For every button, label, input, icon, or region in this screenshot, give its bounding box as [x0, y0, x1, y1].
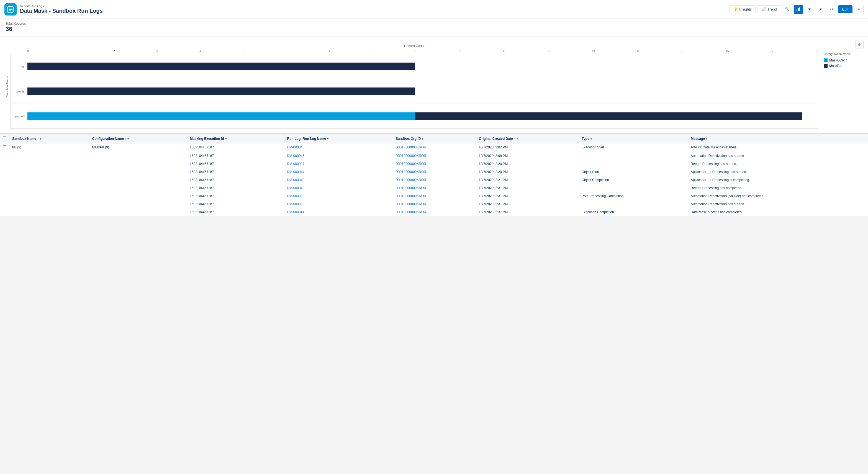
col-header-run-log-name: Run Log: Run Log Name ▾ [284, 134, 393, 144]
sandbox-org-id-link[interactable]: 00D1F000000KROR [396, 154, 426, 158]
sandbox-org-id-cell[interactable]: 00D1F000000KROR [393, 184, 476, 192]
legend-swatch-maskgdpr [824, 58, 828, 62]
created-date-cell: 10/7/2020, 2:37 PM [476, 208, 579, 216]
sandbox-org-id-cell[interactable]: 00D1F000000KROR [393, 192, 476, 200]
exec-id-cell: 1602104467187 [187, 152, 284, 160]
filter-icon-run-log-name[interactable]: ▾ [327, 137, 329, 140]
run-log-name-link[interactable]: DM-000045 [287, 154, 304, 158]
dropdown-button[interactable]: ▾ [854, 5, 864, 14]
header-left: Report: Run Logs Data Mask - Sandbox Run… [4, 3, 103, 15]
sandbox-org-id-link[interactable]: 00D1F000000KROR [396, 186, 426, 190]
row-checkbox-cell [0, 200, 9, 208]
run-log-name-link[interactable]: DM-000039 [287, 202, 304, 206]
sandbox-org-id-link[interactable]: 00D1F000000KROR [396, 210, 426, 214]
chart-settings-button[interactable]: ⚙ [855, 40, 864, 49]
chart-bar-full-dark [27, 63, 415, 70]
sandbox-org-id-cell[interactable]: 00D1F000000KROR [393, 168, 476, 176]
insights-button[interactable]: 💡 Insights [729, 5, 756, 13]
chart-bars-area-full [27, 60, 818, 72]
sandbox-org-id-link[interactable]: 00D1F000000KROR [396, 162, 426, 166]
run-log-name-cell[interactable]: DM-000044 [284, 168, 393, 176]
sort-icon-config-name[interactable]: ↑ [125, 137, 126, 140]
run-log-name-link[interactable]: DM-000040 [287, 178, 304, 182]
message-cell: Automation Deactivation has started [688, 152, 868, 160]
sandbox-org-id-cell[interactable]: 00D1F000000KROR [393, 176, 476, 184]
sandbox-org-id-link[interactable]: 00D1F000000KROR [396, 178, 426, 182]
chart-button[interactable] [794, 5, 803, 14]
legend-item-maskgdpr: MaskGDPR [824, 58, 863, 62]
message-cell: Ad-Hoc Data Mask has started. [688, 144, 868, 152]
run-log-name-cell[interactable]: DM-000037 [284, 160, 393, 168]
chart-bar-wrap-partial [27, 88, 818, 95]
filter-button[interactable]: ▼ [805, 5, 814, 14]
svg-rect-3 [798, 8, 799, 11]
row-checkbox-cell [0, 144, 9, 152]
row-checkbox-cell [0, 152, 9, 160]
run-log-name-link[interactable]: DM-000041 [287, 210, 304, 214]
created-date-cell: 10/7/2020, 2:08 PM [476, 152, 579, 160]
row-checkbox[interactable] [3, 145, 6, 149]
chart-bar-wrap-partial3 [27, 113, 818, 120]
filter-icon-config-name[interactable]: ▾ [127, 137, 129, 140]
filter-icon-sandbox-name[interactable]: ▾ [40, 137, 41, 140]
trend-button[interactable]: 📈 Trend [757, 5, 781, 13]
run-log-name-cell[interactable]: DM-000043 [284, 144, 393, 152]
row-checkbox-cell [0, 208, 9, 216]
message-cell: Applicants__c Processing has started. [688, 168, 868, 176]
row-checkbox-cell [0, 160, 9, 168]
sandbox-org-id-link[interactable]: 00D1F000000KROR [396, 194, 426, 198]
run-log-name-cell[interactable]: DM-000039 [284, 200, 393, 208]
filter-icon-created-date[interactable]: ▾ [517, 137, 518, 140]
total-records-value: 36 [5, 26, 863, 33]
data-table: Sandbox Name ↑ ▾ Configuration Name ↑ ▾ … [0, 134, 868, 216]
search-button[interactable]: 🔍 [783, 5, 792, 14]
select-all-checkbox[interactable] [3, 136, 6, 140]
created-date-cell: 10/7/2020, 2:20 PM [476, 168, 579, 176]
checkbox-col-header[interactable] [0, 134, 9, 144]
col-header-config-name: Configuration Name ↑ ▾ [89, 134, 187, 144]
exec-id-cell: 1602104467187 [187, 176, 284, 184]
sandbox-org-id-cell[interactable]: 00D1F000000KROR [393, 144, 476, 152]
filter-icon-exec-id[interactable]: ▾ [225, 137, 226, 140]
col-header-sandbox-name: Sandbox Name ↑ ▾ [9, 134, 89, 144]
refresh-button[interactable]: ↺ [827, 5, 836, 14]
sandbox-org-id-link[interactable]: 00D1F000000KROR [396, 202, 426, 206]
run-log-name-cell[interactable]: DM-000038 [284, 192, 393, 200]
sort-icon-created-date[interactable]: ↑ [514, 137, 516, 140]
legend-item-maskpii: MaskPII [824, 64, 863, 68]
run-log-name-link[interactable]: DM-000037 [287, 162, 304, 166]
trend-icon: 📈 [762, 7, 766, 11]
run-log-name-cell[interactable]: DM-000045 [284, 152, 393, 160]
sandbox-org-id-link[interactable]: 00D1F000000KROR [396, 170, 426, 174]
filter-icon-sandbox-org-id[interactable]: ▾ [422, 137, 423, 140]
sandbox-org-id-cell[interactable]: 00D1F000000KROR [393, 160, 476, 168]
filter-icon-type[interactable]: ▾ [590, 137, 592, 140]
share-button[interactable]: ↗ [816, 5, 825, 14]
sandbox-org-id-cell[interactable]: 00D1F000000KROR [393, 200, 476, 208]
chart-x-axis: 0 1 2 3 4 5 6 7 8 9 10 11 12 13 14 15 16… [10, 50, 818, 53]
exec-id-cell: 1602104467187 [187, 168, 284, 176]
run-log-name-cell[interactable]: DM-000042 [284, 184, 393, 192]
run-log-name-link[interactable]: DM-000042 [287, 186, 304, 190]
col-header-message: Message ▾ [688, 134, 868, 144]
table-container: Sandbox Name ↑ ▾ Configuration Name ↑ ▾ … [0, 134, 868, 216]
sandbox-org-id-cell[interactable]: 00D1F000000KROR [393, 208, 476, 216]
message-cell: Data Mask process has completed. [688, 208, 868, 216]
sort-icon-sandbox-name[interactable]: ↑ [37, 137, 39, 140]
sandbox-org-id-link[interactable]: 00D1F000000KROR [396, 145, 426, 149]
message-cell: Automation Reactivation has started. [688, 200, 868, 208]
run-log-name-cell[interactable]: DM-000041 [284, 208, 393, 216]
message-cell: Record Processing has completed. [688, 184, 868, 192]
run-log-name-link[interactable]: DM-000044 [287, 170, 304, 174]
filter-icon-message[interactable]: ▾ [706, 137, 707, 140]
created-date-cell: 10/7/2020, 2:20 PM [476, 160, 579, 168]
chart-bars-area-partial [27, 85, 818, 97]
total-records-label: Total Records [5, 22, 863, 26]
header-actions: 💡 Insights 📈 Trend 🔍 ▼ ↗ ↺ Edit ▾ [729, 5, 864, 14]
edit-button[interactable]: Edit [838, 5, 852, 13]
run-log-name-link[interactable]: DM-000043 [287, 145, 304, 149]
run-log-name-cell[interactable]: DM-000040 [284, 176, 393, 184]
run-log-name-link[interactable]: DM-000038 [287, 194, 304, 198]
sandbox-org-id-cell[interactable]: 00D1F000000KROR [393, 152, 476, 160]
message-cell: Applicants__c Processing is completing. [688, 176, 868, 184]
